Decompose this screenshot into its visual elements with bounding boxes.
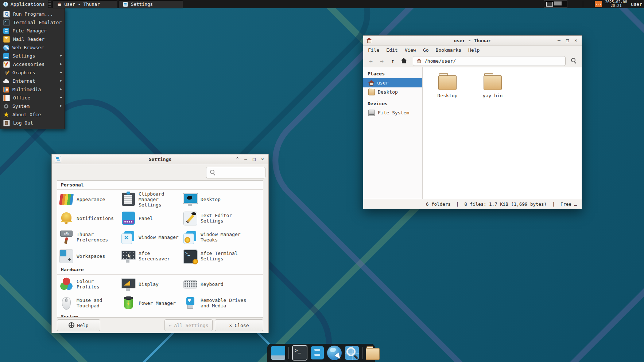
menu-item-log-out[interactable]: Log Out	[0, 119, 65, 127]
maximize-button[interactable]: □	[252, 154, 257, 164]
show-desktop-icon[interactable]	[271, 346, 285, 360]
office-icon	[3, 95, 10, 101]
menu-item-run-program[interactable]: Run Program...	[0, 10, 65, 18]
back-icon[interactable]: ←	[366, 56, 376, 66]
settings-item-display[interactable]: Display	[119, 275, 181, 294]
taskbar-item-settings[interactable]: Settings	[119, 0, 183, 8]
minimize-button[interactable]: –	[243, 154, 248, 164]
sidebar-item-filesystem[interactable]: File System	[363, 108, 422, 117]
settings-item-notifications[interactable]: Notifications	[57, 209, 119, 228]
settings-item-panel[interactable]: Panel	[119, 209, 181, 228]
maximize-button[interactable]: □	[565, 36, 570, 45]
menu-view[interactable]: View	[405, 47, 416, 53]
file-item-yay-bin[interactable]: yay-bin	[475, 73, 510, 98]
search-icon	[571, 58, 577, 64]
close-button[interactable]: ×	[573, 36, 578, 45]
thunar-titlebar[interactable]: user - Thunar – □ ×	[363, 36, 582, 46]
display-icon	[121, 278, 136, 288]
path-bar[interactable]: /home/user/	[413, 56, 566, 66]
orange-tray-icon[interactable]: ‹-›	[595, 1, 602, 7]
settings-item-screensaver[interactable]: Xfce Screensaver	[119, 247, 181, 265]
multimedia-icon	[3, 87, 9, 93]
settings-window: Settings ^ – □ × Personal Appearance	[51, 154, 269, 333]
home-icon	[401, 58, 407, 64]
menu-item-about-xfce[interactable]: About Xfce	[0, 110, 65, 119]
settings-monitor-icon	[3, 53, 9, 59]
settings-item-appearance[interactable]: Appearance	[57, 190, 119, 209]
menu-item-internet[interactable]: Internet	[0, 77, 65, 85]
settings-titlebar[interactable]: Settings ^ – □ ×	[52, 154, 268, 164]
home-icon	[417, 59, 422, 63]
applications-menu-button[interactable]: Applications	[0, 0, 48, 8]
settings-item-workspaces[interactable]: Workspaces	[57, 247, 119, 265]
minimize-button[interactable]: –	[556, 36, 562, 45]
panel-separator	[583, 1, 583, 7]
menu-item-office[interactable]: Office	[0, 94, 65, 102]
settings-search-input[interactable]	[206, 167, 265, 178]
workspace-pager[interactable]	[544, 0, 567, 8]
search-icon	[210, 169, 216, 176]
forward-icon[interactable]: →	[377, 56, 387, 66]
file-manager-icon[interactable]	[311, 346, 324, 359]
up-icon[interactable]: ↑	[388, 56, 397, 66]
menu-edit[interactable]: Edit	[386, 47, 397, 53]
thunar-window-title: user - Thunar	[363, 38, 582, 43]
thunar-window: user - Thunar – □ × File Edit View Go Bo…	[363, 35, 582, 209]
menu-go[interactable]: Go	[423, 47, 429, 53]
sidebar-item-desktop[interactable]: Desktop	[363, 87, 422, 97]
folder-icon[interactable]	[366, 348, 380, 360]
menu-file[interactable]: File	[368, 47, 379, 53]
settings-item-removable-drives[interactable]: Removable Drives and Media	[181, 294, 263, 312]
settings-item-list[interactable]: Personal Appearance Clipboard Manager Se…	[57, 180, 263, 318]
file-list-view[interactable]: Desktop yay-bin	[423, 67, 582, 199]
settings-item-thunar-preferences[interactable]: Thunar Preferences	[57, 228, 119, 247]
menu-item-settings[interactable]: Settings	[0, 52, 65, 60]
settings-item-colour-profiles[interactable]: Colour Profiles	[57, 275, 119, 294]
sidebar-item-user[interactable]: user	[363, 78, 422, 87]
panel-icon	[122, 212, 135, 225]
close-button[interactable]: × Close	[215, 319, 263, 331]
home-toolbar-icon[interactable]	[399, 56, 408, 66]
app-finder-icon[interactable]	[345, 346, 359, 360]
settings-item-keyboard[interactable]: Keyboard	[181, 275, 263, 294]
terminal-icon[interactable]	[292, 345, 307, 361]
panel-grip[interactable]	[49, 1, 51, 7]
taskbar-item-thunar[interactable]: user - Thunar	[53, 0, 117, 8]
menu-item-file-manager[interactable]: File Manager	[0, 27, 65, 35]
menu-bookmarks[interactable]: Bookmarks	[436, 47, 461, 53]
close-button[interactable]: ×	[260, 154, 265, 164]
section-header-hardware: Hardware	[57, 265, 263, 275]
menu-item-web-browser[interactable]: Web Browser	[0, 43, 65, 52]
section-header-system: System	[57, 312, 263, 318]
all-settings-button[interactable]: ← All Settings	[164, 319, 213, 331]
settings-item-window-manager[interactable]: Window Manager	[119, 228, 181, 247]
menu-item-system[interactable]: System	[0, 102, 65, 110]
user-menu-button[interactable]: user	[631, 1, 642, 7]
menu-item-mail-reader[interactable]: Mail Reader	[0, 35, 65, 43]
settings-item-text-editor[interactable]: Text Editor Settings	[181, 209, 263, 228]
search-button[interactable]	[569, 56, 579, 66]
settings-toggle-icon	[123, 2, 128, 7]
window-manager-icon	[121, 233, 132, 244]
file-item-desktop[interactable]: Desktop	[430, 73, 465, 98]
clock[interactable]: 2025-02-08 20:21	[605, 0, 627, 8]
settings-item-window-manager-tweaks[interactable]: Window Manager Tweaks	[181, 228, 263, 247]
dock	[267, 344, 375, 362]
places-header: Places	[363, 70, 422, 78]
menu-item-multimedia[interactable]: Multimedia	[0, 85, 65, 94]
rollup-button[interactable]: ^	[235, 154, 240, 164]
web-browser-icon[interactable]	[327, 346, 342, 360]
settings-item-terminal-settings[interactable]: Xfce Terminal Settings	[181, 247, 263, 265]
settings-item-mouse-touchpad[interactable]: Mouse and Touchpad	[57, 294, 119, 312]
pager-window	[554, 1, 562, 5]
back-arrow-icon: ←	[169, 323, 172, 328]
help-button[interactable]: Help	[57, 319, 100, 331]
menu-help[interactable]: Help	[468, 47, 480, 53]
settings-item-clipboard-manager[interactable]: Clipboard Manager Settings	[119, 190, 181, 209]
menu-item-graphics[interactable]: Graphics	[0, 68, 65, 77]
settings-item-power-manager[interactable]: Power Manager	[119, 294, 181, 312]
settings-item-desktop[interactable]: Desktop	[181, 190, 263, 209]
thunar-sidebar: Places user Desktop Devices File System	[363, 67, 423, 199]
menu-item-terminal-emulator[interactable]: Terminal Emulator	[0, 18, 65, 27]
menu-item-accessories[interactable]: Accessories	[0, 60, 65, 68]
